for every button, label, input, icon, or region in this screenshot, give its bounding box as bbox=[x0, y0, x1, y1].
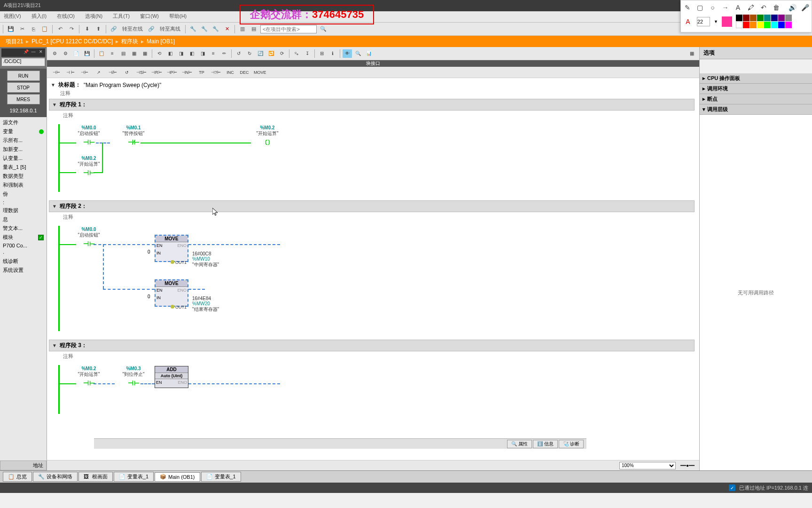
lad-element-button[interactable]: ⊣⊢ bbox=[51, 68, 62, 77]
add-block[interactable]: ADD Auto (UInt) EN ENO bbox=[155, 366, 188, 388]
bottom-tab[interactable]: 📄变量表_1 bbox=[114, 472, 154, 482]
circle-icon[interactable]: ○ bbox=[708, 2, 717, 13]
zoom-select[interactable]: 100% bbox=[619, 462, 676, 469]
save-icon[interactable]: 💾 bbox=[6, 24, 16, 34]
tool-icon[interactable]: ↺ bbox=[234, 49, 243, 58]
tree-item[interactable]: 理数据 bbox=[1, 206, 46, 215]
ladder-rung[interactable]: %M0.0 "启动按钮" ⊣ ⊢ %M0.1 "暂停按钮" ⊣∕⊢ %M0.2 … bbox=[49, 120, 695, 196]
rp-section-breakpoints[interactable]: ▸断点 bbox=[700, 94, 812, 104]
tool-icon[interactable]: 🔄 bbox=[256, 49, 265, 58]
tool-icon[interactable]: ≡ bbox=[108, 49, 117, 58]
lad-element-button[interactable]: ⊣?⊢ bbox=[210, 68, 222, 77]
color-dkgrn[interactable] bbox=[757, 15, 764, 21]
color-cyan[interactable] bbox=[771, 22, 778, 28]
tool-icon[interactable]: 📋 bbox=[97, 49, 106, 58]
network-comment[interactable]: 注释 bbox=[49, 111, 695, 120]
tree-item[interactable]: 和强制表 bbox=[1, 181, 46, 190]
text-icon[interactable]: A bbox=[734, 2, 742, 13]
redo-icon[interactable]: ↷ bbox=[67, 24, 76, 34]
tree-item[interactable]: 模块✓ bbox=[1, 233, 46, 242]
inspector-tab[interactable]: ℹ️信息 bbox=[533, 440, 558, 448]
download-icon[interactable]: ⬇ bbox=[82, 24, 92, 34]
lad-element-button[interactable]: DEC bbox=[239, 68, 250, 77]
lad-element-button[interactable]: ↺ bbox=[121, 68, 133, 77]
tree-item[interactable]: 警文本... bbox=[1, 224, 46, 233]
collapse-icon[interactable]: ▼ bbox=[52, 204, 57, 209]
primary-color-swatch[interactable] bbox=[722, 16, 732, 27]
bottom-tab[interactable]: 📦Main (OB1) bbox=[155, 472, 200, 482]
lad-element-button[interactable]: INC bbox=[225, 68, 236, 77]
tool-icon[interactable]: ᵍₒ bbox=[292, 49, 301, 58]
lad-element-button[interactable]: ⊣S⊢ bbox=[135, 68, 148, 77]
tool-icon[interactable]: ↻ bbox=[245, 49, 254, 58]
tree-item[interactable]: 系统设置 bbox=[1, 266, 46, 275]
tool-icon[interactable]: ⊞ bbox=[317, 49, 327, 58]
color-black[interactable] bbox=[736, 15, 742, 21]
color-dkblu[interactable] bbox=[771, 15, 778, 21]
tool-icon[interactable]: ℹ bbox=[328, 49, 337, 58]
tool-icon[interactable]: 📄 bbox=[71, 49, 81, 58]
color-dkred[interactable] bbox=[743, 15, 750, 21]
menu-item[interactable]: 视图(V) bbox=[2, 13, 23, 21]
stop-icon[interactable]: ✕ bbox=[222, 24, 232, 34]
rp-section-env[interactable]: ▸调用环境 bbox=[700, 84, 812, 94]
tool-icon[interactable]: 🔍 bbox=[353, 49, 363, 58]
tree-item[interactable]: 加新变... bbox=[1, 145, 46, 154]
color-gray[interactable] bbox=[785, 15, 792, 21]
color-purp[interactable] bbox=[778, 15, 785, 21]
tool-icon[interactable]: ◧ bbox=[187, 49, 196, 58]
color-white[interactable] bbox=[736, 22, 742, 28]
highlighter-icon[interactable]: 🖍 bbox=[746, 2, 755, 13]
contact-no-branch[interactable]: %M0.2 "开始运算" ⊣ ⊢ bbox=[65, 156, 112, 176]
color-orange[interactable] bbox=[750, 22, 757, 28]
color-blue[interactable] bbox=[778, 22, 785, 28]
color-teal[interactable] bbox=[764, 15, 771, 21]
coil[interactable]: %M0.2 "开始运算" ⟮ ⟯ bbox=[244, 125, 291, 146]
tree-item[interactable]: 份 bbox=[1, 190, 46, 198]
tool-icon[interactable]: ⟳ bbox=[277, 49, 287, 58]
close-icon[interactable]: ✕ bbox=[38, 49, 44, 56]
tree-item[interactable]: 线诊断 bbox=[1, 257, 46, 266]
network-header[interactable]: ▼ 程序段 2： bbox=[49, 200, 695, 212]
tree-item[interactable]: : bbox=[1, 198, 46, 206]
text-color-icon[interactable]: A bbox=[683, 16, 693, 27]
breadcrumb-item[interactable]: 程序块 bbox=[121, 38, 138, 46]
mres-button[interactable]: MRES bbox=[7, 94, 40, 104]
minimize-icon[interactable]: — bbox=[30, 49, 37, 56]
tool-icon[interactable]: ✏ bbox=[219, 49, 229, 58]
menu-item[interactable]: 选项(N) bbox=[83, 13, 104, 21]
tool-icon[interactable]: ▦ bbox=[687, 49, 696, 58]
lad-element-button[interactable]: ⊣N⊢ bbox=[181, 68, 194, 77]
tree-item[interactable]: 源文件 bbox=[1, 118, 46, 127]
breadcrumb-item[interactable]: 项目21 bbox=[6, 38, 23, 46]
arrow-icon[interactable]: → bbox=[721, 2, 730, 13]
menu-item[interactable]: 窗口(W) bbox=[138, 13, 161, 21]
tool-icon[interactable]: ↧ bbox=[303, 49, 312, 58]
pencil-icon[interactable]: ✎ bbox=[683, 2, 692, 13]
tool-icon[interactable]: ◨ bbox=[198, 49, 207, 58]
bottom-tab[interactable]: 📋总览 bbox=[3, 472, 32, 482]
bottom-tab[interactable]: 📄变量表_1 bbox=[201, 472, 241, 482]
tool-icon[interactable]: 📊 bbox=[364, 49, 374, 58]
lad-element-button[interactable]: MOVE bbox=[253, 68, 267, 77]
menu-item[interactable]: 在线(O) bbox=[55, 13, 77, 21]
ladder-rung[interactable]: %M0.2 "开始运算" ⊣ ⊢ %M0.3 "到位停止" ⊣ ⊢ ADD Au… bbox=[49, 361, 695, 418]
tree-item[interactable]: 认变量... bbox=[1, 154, 46, 163]
cut-icon[interactable]: ✂ bbox=[17, 24, 27, 34]
lad-element-button[interactable]: ⊣⊢ bbox=[79, 68, 90, 77]
tool-icon[interactable]: 🔧 bbox=[188, 24, 198, 34]
split-icon[interactable]: ▥ bbox=[238, 24, 247, 34]
tool-icon[interactable]: ◧ bbox=[165, 49, 175, 58]
menu-item[interactable]: 工具(T) bbox=[111, 13, 132, 21]
tree-item[interactable]: 示所有... bbox=[1, 136, 46, 145]
lad-element-button[interactable]: TP bbox=[196, 68, 207, 77]
undo-icon[interactable]: ↶ bbox=[759, 2, 768, 13]
network-comment[interactable]: 注释 bbox=[49, 212, 695, 222]
rp-section-cpu[interactable]: ▸CPU 操作面板 bbox=[700, 73, 812, 84]
mic-icon[interactable]: 🎤 bbox=[801, 2, 810, 13]
split-icon[interactable]: ▤ bbox=[249, 24, 258, 34]
monitoring-icon[interactable]: 👁 bbox=[343, 49, 352, 58]
rp-section-callhier[interactable]: ▾调用层级 bbox=[700, 104, 812, 115]
tree-item[interactable]: 量表_1 [5] bbox=[1, 163, 46, 172]
tool-icon[interactable]: ⟲ bbox=[155, 49, 164, 58]
